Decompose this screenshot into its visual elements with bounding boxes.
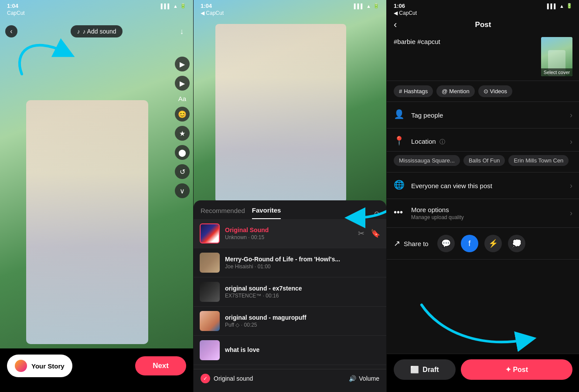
phone-3: 1:06 ▌▌▌▲🔋 ◀ CapCut ‹ Post #barbie #capc…: [386, 0, 579, 392]
music-panel: Recommended Favorites ⌕ Original Sound U…: [194, 200, 386, 392]
videos-tag[interactable]: ⊙ Videos: [478, 85, 513, 97]
chevron-right-privacy: ›: [570, 181, 572, 190]
music-title-howl: Merry-Go-Round of Life - from 'Howl's...: [225, 256, 380, 263]
tag-people-label: Tag people: [411, 112, 570, 119]
at-icon: @: [442, 88, 447, 95]
draft-label: Draft: [422, 366, 439, 374]
post-label: ✦ Post: [505, 365, 528, 374]
volume-control[interactable]: 🔊 Volume: [349, 375, 379, 382]
bookmark-icon[interactable]: 🔖: [371, 229, 380, 238]
capcut-back-3: ◀ CapCut: [394, 10, 417, 16]
adjust-icon[interactable]: ↺: [175, 164, 190, 179]
top-bar-1: ‹ ♪ ♪ Add sound ↓: [0, 23, 193, 40]
thumb-love: [200, 340, 220, 360]
effect-icon[interactable]: ★: [175, 126, 190, 141]
chevron-right-more: ›: [570, 209, 572, 218]
draft-button[interactable]: ⬜ Draft: [394, 359, 456, 380]
text-tool-label[interactable]: Aa: [178, 95, 186, 102]
status-icons-1: ▌▌▌ ▲ 🔋: [161, 3, 186, 9]
filter-icon[interactable]: ⬤: [175, 145, 190, 160]
original-sound-indicator[interactable]: ✓ Original sound: [201, 374, 253, 383]
music-title-ex7: original sound - ex7stence: [225, 285, 380, 292]
thumb-puff: [200, 311, 220, 331]
music-meta-puff: Puff ◇ · 00:25: [225, 322, 380, 328]
privacy-row[interactable]: 🌐 Everyone can view this post ›: [387, 172, 579, 199]
music-item-original[interactable]: Original Sound Unknown · 00:15 ✂ 🔖: [194, 219, 386, 248]
chip-balls-of-fun[interactable]: Balls Of Fun: [463, 155, 505, 166]
time-2: 1:04: [201, 3, 212, 9]
download-button[interactable]: ↓: [176, 25, 188, 37]
music-info-love: what is love: [225, 346, 380, 354]
bottom-actions-3: ⬜ Draft ✦ Post: [387, 354, 579, 392]
orig-sound-label: Original sound: [214, 375, 253, 382]
tool-clip2-icon[interactable]: ▶: [175, 76, 190, 91]
story-label: Your Story: [31, 362, 65, 370]
back-button-3[interactable]: ‹: [394, 19, 397, 30]
facebook-icon[interactable]: f: [461, 235, 478, 252]
chip-erin-mills[interactable]: Erin Mills Town Cen: [508, 155, 569, 166]
capcut-label-1: CapCut: [7, 10, 25, 16]
tab-favorites[interactable]: Favorites: [252, 206, 281, 219]
music-bottom-bar: ✓ Original sound 🔊 Volume: [194, 369, 386, 392]
message-icon[interactable]: 💭: [508, 235, 525, 252]
music-meta-howl: Joe Hisaishi · 01:00: [225, 264, 380, 270]
phone-2: 1:04 ▌▌▌▲🔋 ◀ CapCut Recommended Favorite…: [193, 0, 386, 392]
thumb-original: [200, 223, 220, 243]
post-button[interactable]: ✦ Post: [461, 359, 572, 380]
music-info-ex7: original sound - ex7stence EX7STENCE™ · …: [225, 285, 380, 299]
more-options-row[interactable]: ••• More options Manage upload quality ›: [387, 199, 579, 228]
volume-label: Volume: [359, 375, 379, 382]
share-to-row: ↗ Share to 💬 f ⚡ 💭: [387, 228, 579, 260]
search-icon[interactable]: ⌕: [374, 208, 379, 218]
chevron-right-location: ›: [570, 137, 572, 146]
location-info-icon: ⓘ: [439, 139, 445, 145]
add-sound-label: ♪ Add sound: [82, 28, 116, 35]
volume-icon: 🔊: [349, 375, 356, 382]
sticker-icon[interactable]: 😊: [175, 107, 190, 122]
hashtags-tag[interactable]: # Hashtags: [394, 85, 433, 97]
music-item-howl[interactable]: Merry-Go-Round of Life - from 'Howl's...…: [194, 248, 386, 277]
post-content: #barbie #capcut Select cover # Hashtags …: [387, 33, 579, 392]
back-button-1[interactable]: ‹: [5, 25, 17, 37]
status-icons-3: ▌▌▌▲🔋: [547, 3, 572, 9]
time-3: 1:06: [394, 3, 405, 9]
page-title: Post: [475, 20, 491, 29]
post-header: ‹ Post: [387, 17, 579, 33]
your-story-button[interactable]: Your Story: [7, 355, 72, 377]
music-item-love[interactable]: what is love: [194, 336, 386, 365]
more-icon[interactable]: ∨: [175, 183, 190, 198]
mention-tag[interactable]: @ Mention: [436, 85, 474, 97]
hash-icon: #: [399, 88, 402, 95]
music-icon: ♪: [77, 28, 80, 35]
share-arrow-icon: ↗: [394, 239, 400, 248]
music-item-ex7[interactable]: original sound - ex7stence EX7STENCE™ · …: [194, 277, 386, 307]
music-title-puff: original sound - maguropuff: [225, 314, 380, 321]
music-item-puff[interactable]: original sound - maguropuff Puff ◇ · 00:…: [194, 307, 386, 336]
share-to-label: Share to: [404, 240, 429, 247]
add-sound-button[interactable]: ♪ ♪ Add sound: [71, 25, 122, 37]
scissors-icon[interactable]: ✂: [358, 229, 364, 238]
tool-clip-icon[interactable]: ▶: [175, 57, 190, 71]
location-chips: Mississauga Square... Balls Of Fun Erin …: [387, 152, 579, 172]
globe-icon: 🌐: [394, 179, 406, 192]
location-row[interactable]: 📍 Location ⓘ ›: [387, 128, 579, 152]
next-button[interactable]: Next: [135, 356, 186, 375]
time-1: 1:04: [7, 3, 18, 9]
tag-people-row[interactable]: 👤 Tag people ›: [387, 102, 579, 128]
select-cover-label: Select cover: [541, 68, 572, 76]
tab-recommended[interactable]: Recommended: [201, 207, 245, 219]
phone-1: 1:04 ▌▌▌ ▲ 🔋 CapCut ‹ ♪ ♪ Add sound ↓ ▶ …: [0, 0, 193, 392]
capcut-label-2: ◀ CapCut: [201, 10, 224, 16]
caption-area: #barbie #capcut Select cover: [387, 33, 579, 81]
caption-input[interactable]: #barbie #capcut: [394, 37, 536, 46]
music-title-original: Original Sound: [225, 226, 353, 233]
figure-overlay-1: [26, 100, 148, 344]
chip-mississauga[interactable]: Mississauga Square...: [394, 155, 460, 166]
music-actions-original: ✂ 🔖: [358, 229, 380, 238]
messenger-icon[interactable]: ⚡: [484, 235, 502, 252]
cover-thumbnail[interactable]: Select cover: [541, 37, 572, 76]
more-options-content: More options Manage upload quality: [411, 206, 570, 220]
whatsapp-icon[interactable]: 💬: [437, 235, 455, 252]
draft-icon: ⬜: [410, 365, 419, 374]
music-tabs: Recommended Favorites ⌕: [194, 200, 386, 219]
